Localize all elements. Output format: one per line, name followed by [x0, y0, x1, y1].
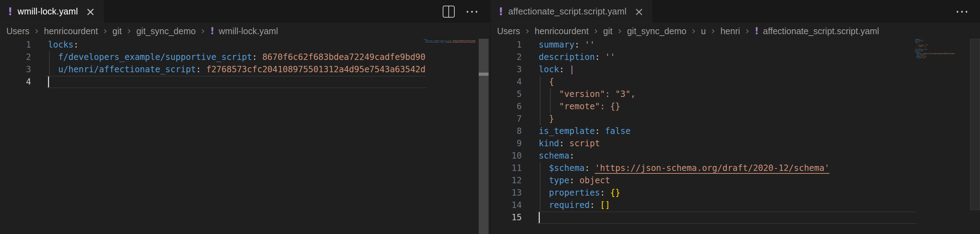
breadcrumb-item[interactable]: Users — [6, 26, 29, 36]
tab-wmill-lock-yaml[interactable]: ! wmill-lock.yaml × — [0, 0, 103, 23]
minimap-token: "remote": {} — [918, 46, 926, 47]
minimap-token: | — [919, 41, 920, 43]
line-number[interactable]: 1 — [0, 39, 31, 51]
code-line[interactable]: 2description: '' — [491, 51, 916, 63]
code-token: : — [595, 52, 600, 62]
breadcrumb-item[interactable]: henricourdent — [535, 26, 589, 36]
minimap-slider[interactable] — [970, 39, 980, 210]
code-line-content[interactable]: description: '' — [539, 51, 916, 63]
close-tab-icon[interactable]: × — [86, 6, 95, 17]
code-line-content[interactable]: properties: {} — [539, 187, 916, 199]
code-line-content[interactable]: locks: — [48, 39, 426, 51]
code-line-content[interactable]: { — [539, 76, 916, 88]
code-line-content[interactable]: } — [539, 113, 916, 125]
breadcrumb-item[interactable]: Users — [497, 26, 520, 36]
minimap-token: object — [921, 54, 925, 55]
line-number[interactable]: 9 — [491, 138, 522, 150]
code-line-content[interactable]: f/developers_example/supportive_script: … — [48, 51, 426, 63]
breadcrumb-item[interactable]: henri — [721, 26, 740, 36]
line-number[interactable]: 4 — [0, 76, 31, 88]
code-line-content[interactable]: summary: '' — [539, 39, 916, 51]
line-number[interactable]: 15 — [491, 212, 522, 224]
code-line[interactable]: 9kind: script — [491, 138, 916, 150]
code-line[interactable]: 15 — [491, 212, 916, 224]
line-number[interactable]: 2 — [0, 51, 31, 63]
minimap-token: false — [924, 49, 928, 50]
code-line[interactable]: 14 required: [] — [491, 199, 916, 212]
code-line-content[interactable] — [48, 76, 426, 88]
code-line-content[interactable]: "remote": {} — [539, 100, 916, 113]
code-line[interactable]: 5 "version": "3", — [491, 88, 916, 100]
code-line[interactable]: 10schema: — [491, 150, 916, 162]
minimap-token: 8670f6c62f683bdea72249cadfe9bd90 — [453, 40, 475, 41]
line-number[interactable]: 12 — [491, 174, 522, 187]
line-number[interactable]: 11 — [491, 162, 522, 174]
code-token: properties — [549, 188, 600, 198]
line-number[interactable]: 2 — [491, 51, 522, 63]
code-line[interactable]: 1locks: — [0, 39, 426, 51]
breadcrumb-item[interactable]: u — [701, 26, 706, 36]
chevron-right-icon: › — [711, 26, 715, 36]
editor-left[interactable]: 1locks:2 f/developers_example/supportive… — [0, 39, 490, 234]
chevron-right-icon: › — [525, 26, 529, 36]
code-line-content[interactable]: is_template: false — [539, 125, 916, 138]
line-number[interactable]: 13 — [491, 187, 522, 199]
line-number[interactable]: 3 — [0, 63, 31, 76]
more-actions-icon[interactable]: ⋯ — [465, 7, 479, 16]
code-line[interactable]: 7 } — [491, 113, 916, 125]
breadcrumb-item[interactable]: git — [113, 26, 122, 36]
yaml-file-icon: ! — [498, 6, 503, 17]
split-editor-icon[interactable] — [443, 6, 455, 17]
code-line[interactable]: 12 type: object — [491, 174, 916, 187]
code-line-content[interactable]: lock: | — [539, 63, 916, 76]
code-line[interactable]: 13 properties: {} — [491, 187, 916, 199]
code-area[interactable]: 1locks:2 f/developers_example/supportive… — [0, 39, 426, 88]
code-line[interactable]: 4 — [0, 76, 426, 88]
more-actions-icon[interactable]: ⋯ — [955, 7, 969, 16]
breadcrumb-item[interactable]: henricourdent — [44, 26, 98, 36]
code-line[interactable]: 3lock: | — [491, 63, 916, 76]
line-number[interactable]: 7 — [491, 113, 522, 125]
code-line-content[interactable]: type: object — [539, 174, 916, 187]
line-number[interactable]: 6 — [491, 100, 522, 113]
breadcrumb-item[interactable]: git — [603, 26, 612, 36]
line-number[interactable]: 1 — [491, 39, 522, 51]
code-line[interactable]: 11 $schema: 'https://json-schema.org/dra… — [491, 162, 916, 174]
code-line[interactable]: 4 { — [491, 76, 916, 88]
schema-url-link[interactable]: 'https://json-schema.org/draft/2020-12/s… — [595, 163, 830, 173]
code-line-content[interactable]: "version": "3", — [539, 88, 916, 100]
code-line-content[interactable]: $schema: 'https://json-schema.org/draft/… — [539, 162, 916, 174]
breadcrumb-file-item[interactable]: !wmill-lock.yaml — [210, 26, 278, 36]
breadcrumb-item[interactable]: git_sync_demo — [136, 26, 196, 36]
code-token: | — [570, 65, 574, 74]
line-number[interactable]: 14 — [491, 199, 522, 212]
code-area[interactable]: 1summary: ''2description: ''3lock: |4 {5… — [491, 39, 916, 224]
code-line-content[interactable]: kind: script — [539, 138, 916, 150]
code-token: : — [196, 65, 201, 74]
line-number[interactable]: 4 — [491, 76, 522, 88]
minimap[interactable]: summary: ''description: ''lock: | { "ver… — [915, 39, 957, 234]
code-line-content[interactable]: u/henri/affectionate_script: f2768573cfc… — [48, 63, 426, 76]
code-line-content[interactable]: required: [] — [539, 199, 916, 212]
tab-affectionate-script-yaml[interactable]: ! affectionate_script.script.yaml × — [491, 0, 652, 23]
code-line[interactable]: 1summary: '' — [491, 39, 916, 51]
code-line[interactable]: 2 f/developers_example/supportive_script… — [0, 51, 426, 63]
code-line[interactable]: 8is_template: false — [491, 125, 916, 138]
line-number[interactable]: 10 — [491, 150, 522, 162]
scrollbar-thumb[interactable] — [479, 73, 488, 76]
code-line-content[interactable] — [539, 212, 916, 224]
code-token: object — [580, 176, 610, 185]
code-line[interactable]: 3 u/henri/affectionate_script: f2768573c… — [0, 63, 426, 76]
code-line[interactable]: 6 "remote": {} — [491, 100, 916, 113]
close-tab-icon[interactable]: × — [635, 6, 644, 17]
editor-right[interactable]: 1summary: ''2description: ''3lock: |4 {5… — [491, 39, 980, 234]
minimap[interactable]: locks: f/developers_example/supportive_s… — [424, 39, 479, 234]
breadcrumb-file-item[interactable]: !affectionate_script.script.yaml — [754, 26, 879, 36]
line-number[interactable]: 3 — [491, 63, 522, 76]
scrollbar[interactable] — [479, 39, 488, 234]
line-number[interactable]: 5 — [491, 88, 522, 100]
code-line-content[interactable]: schema: — [539, 150, 916, 162]
breadcrumb-item[interactable]: git_sync_demo — [627, 26, 686, 36]
yaml-file-icon: ! — [210, 26, 215, 36]
line-number[interactable]: 8 — [491, 125, 522, 138]
